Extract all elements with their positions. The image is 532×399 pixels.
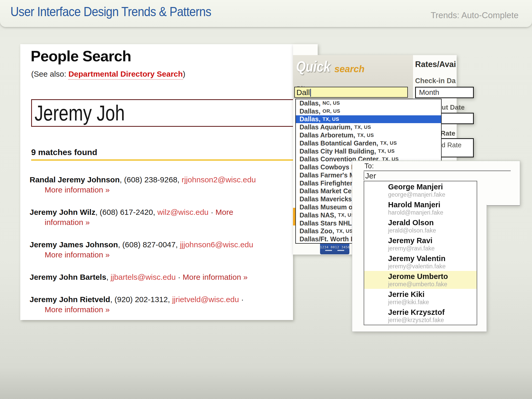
to-label: To: [364, 162, 374, 170]
result-text: · [176, 273, 183, 281]
to-input-value: Jer [365, 171, 376, 180]
checkin-month-value: Month [419, 88, 439, 97]
people-search-input-value: Jeremy Joh [35, 101, 125, 126]
result-line: Jeremy John Wilz, (608) 617-2420, wilz@w… [30, 207, 293, 217]
more-information-link[interactable]: More information » [45, 250, 110, 259]
see-also-prefix: (See also: [31, 70, 68, 78]
contact-email: jeremy@ravi.fake [388, 245, 477, 252]
result-line: Jeremy John Rietveld, (920) 202-1312, jj… [30, 294, 293, 304]
contact-email: george@manjeri.fake [388, 191, 477, 198]
more-information-link[interactable]: More information » [183, 273, 248, 281]
email-link[interactable]: jjjohnson6@wisc.edu [180, 240, 253, 249]
dropdown-item-region: TX, US [379, 140, 397, 146]
more-information-link[interactable]: information » [45, 218, 90, 227]
contact-name: Jerrie Kiki [388, 290, 477, 299]
checkin-month-select[interactable]: Month [415, 87, 474, 98]
contact-name: Jerrie Krzysztof [388, 308, 477, 317]
more-information-link[interactable]: More [215, 208, 233, 216]
page-title: People Search [31, 47, 131, 65]
hotel-page-notch [293, 44, 318, 56]
slide-title: User Interface Design Trends & Patterns [10, 4, 211, 19]
credit-card-icon: 1234 0012 3456 [320, 242, 349, 254]
email-link[interactable]: jjbartels@wisc.edu [111, 273, 176, 281]
result-line: More information » [30, 250, 293, 260]
credit-card-digits: 1234 0012 3456 [320, 245, 349, 249]
dropdown-item-region: TX, US [377, 148, 395, 154]
to-field-rule [364, 170, 511, 171]
dropdown-item[interactable]: Dallas Botantical Garden, TX, US [296, 139, 441, 147]
city-input-value: Dall [296, 88, 310, 97]
result-name: Jeremy John Bartels [30, 273, 106, 281]
result-text: , (608) 238-9268, [120, 175, 182, 184]
contact-name: George Manjeri [388, 183, 477, 191]
dropdown-item-city: Dallas, [300, 115, 321, 123]
dropdown-item-region: OR, US [321, 108, 340, 114]
contact-item[interactable]: George Manjerigeorge@manjeri.fake [364, 181, 477, 199]
contact-email: harold@manjeri.fake [388, 209, 477, 216]
contact-email: jerrie@krzysztof.fake [388, 317, 477, 324]
result-name: Jeremy John Rietveld [30, 295, 110, 304]
dropdown-item[interactable]: Dallas Arboretum, TX, US [296, 131, 441, 139]
result-name: Jeremy John Wilz [30, 208, 95, 216]
contact-item[interactable]: Jerome Umbertojerome@umberto.fake [364, 271, 477, 289]
dropdown-item-region: NC, US [321, 100, 340, 106]
result-text: , (608) 827-0047, [118, 240, 180, 249]
email-link[interactable]: wilz@wisc.edu [157, 208, 209, 216]
dropdown-item[interactable]: Dallas City Hall Building, TX, US [296, 147, 441, 155]
contact-item[interactable]: Jerald Olsonjerald@olson.fake [364, 217, 477, 235]
result-text: , (920) 202-1312, [110, 295, 172, 304]
more-information-link[interactable]: More information » [45, 185, 110, 194]
contact-item[interactable]: Jerrie Krzysztofjerrie@krzysztof.fake [364, 307, 477, 325]
result-row: Jeremy John Wilz, (608) 617-2420, wilz@w… [30, 207, 293, 227]
dropdown-item-region: TX, US [356, 132, 374, 138]
result-line: Jeremy John Bartels, jjbartels@wisc.edu … [30, 272, 293, 282]
contact-item[interactable]: Jeremy Ravijeremy@ravi.fake [364, 235, 477, 253]
email-to-panel: To: Jer George Manjerigeorge@manjeri.fak… [352, 161, 520, 331]
contact-item[interactable]: Jerrie Kikijerrie@kiki.fake [364, 289, 477, 307]
more-information-link[interactable]: More information » [45, 305, 110, 314]
dropdown-item-city: Dallas, [300, 99, 321, 107]
dropdown-item-city: Dallas City Hall Building, [300, 148, 376, 155]
result-text: · [209, 208, 216, 216]
quicksearch-logo-primary: Quick [296, 58, 330, 75]
contact-email: jerrie@kiki.fake [388, 299, 477, 306]
quicksearch-logo: Quicksearch [296, 58, 364, 75]
result-text: , (608) 617-2420, [95, 208, 157, 216]
dropdown-item-region: TX, US [353, 124, 371, 130]
dropdown-item-region: TX, US [335, 228, 353, 234]
dropdown-item-city: Dallas Stars NHL, [300, 220, 354, 227]
city-input[interactable]: Dall [294, 87, 408, 98]
contact-suggestions-list: George Manjerigeorge@manjeri.fakeHarold … [364, 181, 477, 325]
contact-name: Jerald Olson [388, 218, 477, 227]
contact-item[interactable]: Jeremy Valentinjeremy@valentin.fake [364, 253, 477, 271]
result-row: Jeremy James Johnson, (608) 827-0047, jj… [30, 240, 293, 260]
matches-count: 9 matches found [31, 148, 97, 157]
result-row: Randal Jeremy Johnson, (608) 238-9268, r… [30, 175, 293, 195]
dropdown-item-city: Dallas NAS, [300, 211, 336, 219]
rates-availability-title: Rates/Avai [415, 60, 456, 69]
slide-header: User Interface Design Trends & Patterns … [0, 0, 532, 27]
dropdown-item[interactable]: Dallas, OR, US [296, 107, 441, 115]
dropdown-item-city: Dallas Arboretum, [300, 131, 355, 139]
dropdown-item[interactable]: Dallas, TX, US [296, 115, 441, 123]
see-also-line: (See also: Departmental Directory Search… [31, 70, 185, 78]
dropdown-item[interactable]: Dallas Aquarium, TX, US [296, 123, 441, 131]
result-line: More information » [30, 304, 293, 315]
people-search-input[interactable]: Jeremy Joh [31, 99, 293, 127]
slide-subtitle: Trends: Auto-Complete [431, 10, 518, 20]
result-name: Jeremy James Johnson [30, 240, 118, 249]
to-input[interactable]: Jer [364, 171, 511, 180]
result-line: More information » [30, 185, 293, 195]
result-text: · [239, 295, 244, 304]
result-row: Jeremy John Rietveld, (920) 202-1312, jj… [30, 294, 293, 315]
see-also-suffix: ) [183, 70, 185, 78]
email-link[interactable]: rjjohnson2@wisc.edu [182, 175, 256, 184]
dropdown-item[interactable]: Dallas, NC, US [296, 99, 441, 107]
email-link[interactable]: jjrietveld@wisc.edu [172, 295, 239, 304]
contact-name: Harold Manjeri [388, 201, 477, 209]
dropdown-item-city: Dallas Aquarium, [300, 123, 352, 131]
departmental-directory-link[interactable]: Departmental Directory Search [68, 70, 183, 80]
dropdown-item-city: Dallas, [300, 108, 321, 115]
dropdown-item-city: Dallas Zoo, [300, 227, 334, 235]
contact-item[interactable]: Harold Manjeriharold@manjeri.fake [364, 199, 477, 217]
